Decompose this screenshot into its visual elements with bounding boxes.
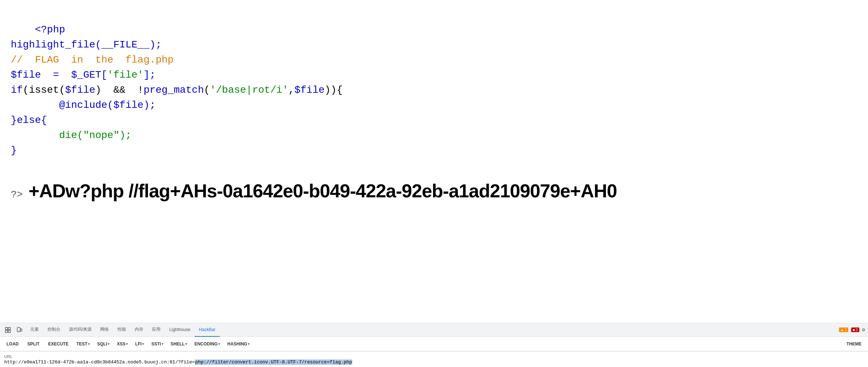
hackbar-url-area: URL http://e0ea1711-126d-472b-aa1a-cd0c3… xyxy=(0,352,868,367)
warning-badge: ▲ 1 xyxy=(839,327,848,332)
ssti-dropdown[interactable]: SSTI ▾ xyxy=(148,340,166,348)
sqli-arrow: ▾ xyxy=(108,342,110,346)
php-open-tag: <?php xyxy=(35,24,65,35)
svg-point-6 xyxy=(18,331,19,331)
url-value: http://e0ea1711-126d-472b-aa1a-cd0c3b844… xyxy=(4,359,864,365)
hackbar-toolbar: LOAD SPLIT EXECUTE TEST ▾ SQLI ▾ XSS ▾ L… xyxy=(0,337,868,351)
tab-application[interactable]: 应用 xyxy=(148,323,165,337)
shell-dropdown[interactable]: SHELL ▾ xyxy=(168,340,190,348)
lfi-arrow: ▾ xyxy=(142,342,144,346)
test-arrow: ▾ xyxy=(88,342,90,346)
svg-rect-3 xyxy=(8,330,10,332)
die-line: die("nope"); xyxy=(59,130,131,141)
tab-network[interactable]: 网络 xyxy=(96,323,113,337)
output-line: ?> +ADw?php //flag+AHs-0a1642e0-b049-422… xyxy=(11,177,857,205)
devtools-tabs: 元素 控制台 源代码/来源 网络 性能 内存 应用 Lighthouse Hac… xyxy=(0,323,868,337)
hashing-arrow: ▾ xyxy=(248,342,250,346)
if-line: if(isset($file) && !preg_match('/base|ro… xyxy=(11,84,343,96)
url-highlighted-part: php://filter/convert.iconv.UTF-8.UTF-7/r… xyxy=(195,359,353,365)
lfi-dropdown[interactable]: LFI ▾ xyxy=(132,340,147,348)
devtools-right-buttons: ▲ 1 ■ 1 ⚙ xyxy=(839,327,865,333)
url-plain-part: http://e0ea1711-126d-472b-aa1a-cd0c3b844… xyxy=(4,359,195,365)
tab-lighthouse[interactable]: Lighthouse xyxy=(165,323,195,337)
tab-console[interactable]: 控制台 xyxy=(43,323,65,337)
code-block: <?php highlight_file(__FILE__); // FLAG … xyxy=(11,7,857,173)
svg-rect-1 xyxy=(8,327,10,330)
execute-button[interactable]: EXECUTE xyxy=(45,340,72,348)
test-dropdown[interactable]: TEST ▾ xyxy=(74,340,93,348)
xss-dropdown[interactable]: XSS ▾ xyxy=(114,340,131,348)
tab-hackbar[interactable]: HackBar xyxy=(195,323,220,337)
device-icon[interactable] xyxy=(14,325,24,335)
load-button[interactable]: LOAD xyxy=(3,340,22,348)
php-close-tag: ?> xyxy=(11,187,23,202)
shell-arrow: ▾ xyxy=(185,342,187,346)
settings-icon[interactable]: ⚙ xyxy=(862,327,865,333)
encoding-dropdown[interactable]: ENCODING ▾ xyxy=(191,340,223,348)
error-badge: ■ 1 xyxy=(851,327,859,332)
svg-rect-5 xyxy=(21,329,22,331)
close-brace: } xyxy=(11,145,17,156)
inspect-icon[interactable] xyxy=(3,325,13,335)
encoding-arrow: ▾ xyxy=(218,342,220,346)
xss-arrow: ▾ xyxy=(126,342,128,346)
code-area: <?php highlight_file(__FILE__); // FLAG … xyxy=(0,0,868,323)
highlight-func: highlight_file(__FILE__); xyxy=(11,39,162,50)
tab-sources[interactable]: 源代码/来源 xyxy=(65,323,96,337)
include-line: @include($file); xyxy=(59,100,156,111)
tab-elements[interactable]: 元素 xyxy=(26,323,43,337)
output-content: +ADw?php //flag+AHs-0a1642e0-b049-422a-9… xyxy=(29,177,617,205)
comment-line: // FLAG in the flag.php xyxy=(11,54,174,65)
url-label: URL xyxy=(4,354,864,359)
file-var-line: $file = $_GET['file']; xyxy=(11,69,156,81)
svg-rect-2 xyxy=(5,330,8,332)
hashing-dropdown[interactable]: HASHING ▾ xyxy=(224,340,252,348)
tab-memory[interactable]: 内存 xyxy=(130,323,148,337)
theme-button[interactable]: THEME xyxy=(843,340,865,348)
svg-rect-0 xyxy=(5,327,8,330)
tab-performance[interactable]: 性能 xyxy=(113,323,130,337)
devtools-panel: 元素 控制台 源代码/来源 网络 性能 内存 应用 Lighthouse Hac… xyxy=(0,323,868,367)
ssti-arrow: ▾ xyxy=(162,342,163,346)
split-button[interactable]: SPLIT xyxy=(24,340,43,348)
else-line: }else{ xyxy=(11,115,47,126)
sqli-dropdown[interactable]: SQLI ▾ xyxy=(94,340,112,348)
